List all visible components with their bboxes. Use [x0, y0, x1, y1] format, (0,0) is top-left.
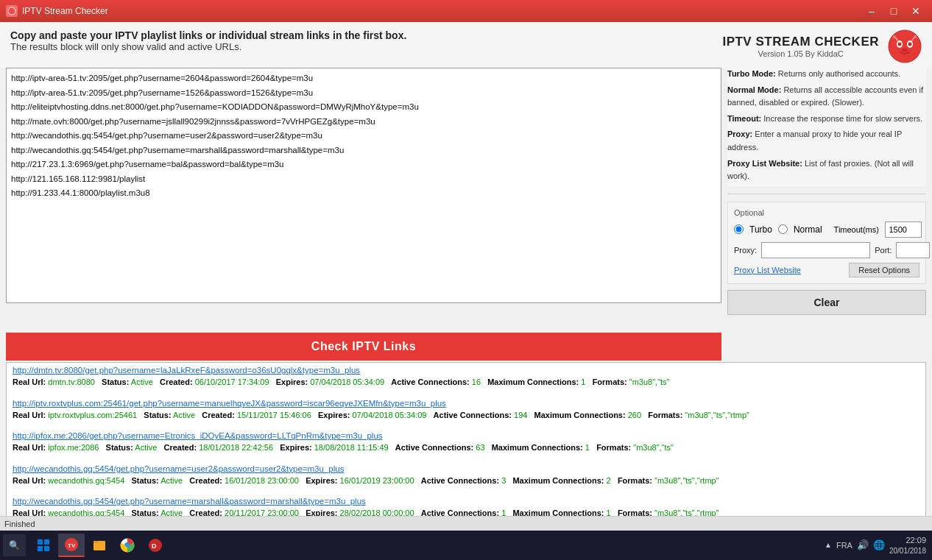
url-input-wrap — [6, 68, 721, 330]
info-block: Turbo Mode: Returns only authorised acco… — [727, 68, 926, 186]
proxy-row: Proxy: Port: — [734, 242, 919, 258]
window-title: IPTV Stream Checker — [22, 6, 861, 16]
proxy-label: Proxy: — [727, 130, 752, 138]
result-url[interactable]: http://dmtn.tv:8080/get.php?username=laJ… — [13, 366, 919, 375]
divider — [727, 194, 926, 194]
result-details: Real Url: iptv.roxtvplus.com:25461 Statu… — [13, 409, 919, 422]
mode-row: Turbo Normal Timeout(ms) — [734, 221, 919, 238]
proxy-link-row: Proxy List Website Reset Options — [734, 263, 919, 277]
turbo-info: Turbo Mode: Returns only authorised acco… — [727, 68, 926, 81]
options-block: Optional Turbo Normal Timeout(ms) Proxy:… — [727, 202, 926, 284]
normal-info: Normal Mode: Returns all accessible acco… — [727, 84, 926, 110]
volume-icon[interactable]: 🔊 — [857, 539, 869, 550]
svg-rect-10 — [44, 546, 49, 551]
app-version: Version 1.05 By KiddaC — [722, 49, 879, 58]
result-entry: http://iptv.roxtvplus.com:25461/get.php?… — [13, 399, 919, 425]
right-panel: Turbo Mode: Returns only authorised acco… — [727, 68, 926, 361]
maximize-button[interactable]: □ — [883, 4, 904, 18]
clock-time: 22:09 — [889, 535, 926, 545]
svg-text:D: D — [152, 542, 157, 550]
timeout-desc: Increase the response time for slow serv… — [763, 114, 922, 123]
proxy-desc: Enter a manual proxy to hide your real I… — [727, 130, 902, 152]
timeout-input[interactable] — [885, 221, 922, 238]
svg-text:TV: TV — [68, 542, 76, 549]
result-url[interactable]: http://iptv.roxtvplus.com:25461/get.php?… — [13, 399, 919, 408]
results-area: http://dmtn.tv:8080/get.php?username=laJ… — [6, 362, 926, 524]
result-details: Real Url: ipfox.me:2086 Status: Active C… — [13, 442, 919, 454]
app-title-block: IPTV STREAM CHECKER Version 1.05 By Kidd… — [722, 35, 879, 58]
taskbar: 🔍 TV D ▲ FRA 🔊 🌐 22:09 20/01/2018 — [0, 531, 932, 560]
search-icon: 🔍 — [9, 540, 20, 550]
normal-label: Normal Mode: — [727, 85, 781, 94]
svg-point-4 — [898, 43, 902, 46]
header-line2: The results block will only show valid a… — [10, 41, 406, 52]
taskbar-app-iptv[interactable]: TV — [58, 534, 85, 557]
proxy-info: Proxy: Enter a manual proxy to hide your… — [727, 128, 926, 154]
normal-radio-label: Normal — [794, 224, 822, 235]
result-url[interactable]: http://wecandothis.gq:5454/get.php?usern… — [13, 497, 919, 506]
proxy-list-info: Proxy List Website: List of fast proxies… — [727, 157, 926, 183]
network-icon[interactable]: 🌐 — [873, 539, 885, 550]
result-details: Real Url: wecandothis.gq:5454 Status: Ac… — [13, 475, 919, 487]
svg-rect-7 — [38, 539, 43, 545]
minimize-button[interactable]: – — [861, 4, 882, 18]
taskbar-app-4[interactable]: D — [142, 534, 169, 557]
window-controls: – □ ✕ — [861, 4, 926, 18]
left-panel: Check IPTV Links — [6, 68, 721, 361]
system-tray-up-arrow[interactable]: ▲ — [825, 541, 832, 549]
result-entry: http://ipfox.me:2086/get.php?username=Et… — [13, 431, 919, 457]
app-icon — [6, 5, 18, 17]
proxy-list-label: Proxy List Website: — [727, 159, 802, 168]
header-area: Copy and paste your IPTV playlist links … — [0, 22, 932, 68]
timeout-ms-label: Timeout(ms) — [834, 225, 879, 234]
taskbar-app-windows[interactable] — [30, 534, 57, 557]
svg-rect-14 — [93, 541, 99, 543]
svg-rect-9 — [38, 546, 43, 551]
clock-date: 20/01/2018 — [889, 546, 926, 556]
url-input[interactable] — [6, 68, 721, 303]
taskbar-clock: 22:09 20/01/2018 — [889, 535, 926, 555]
taskbar-search[interactable]: 🔍 — [3, 534, 26, 556]
svg-point-5 — [908, 43, 912, 46]
close-button[interactable]: ✕ — [905, 4, 926, 18]
taskbar-app-chrome[interactable] — [114, 534, 141, 557]
timeout-label: Timeout: — [727, 114, 761, 123]
normal-radio[interactable] — [778, 224, 788, 234]
taskbar-app-files[interactable] — [86, 534, 113, 557]
timeout-info: Timeout: Increase the response time for … — [727, 113, 926, 126]
result-entry: http://dmtn.tv:8080/get.php?username=laJ… — [13, 366, 919, 391]
header-right: IPTV STREAM CHECKER Version 1.05 By Kidd… — [722, 29, 922, 63]
clear-button[interactable]: Clear — [727, 290, 926, 315]
header-line1: Copy and paste your IPTV playlist links … — [10, 29, 406, 41]
proxy-list-link[interactable]: Proxy List Website — [734, 266, 801, 274]
port-input[interactable] — [896, 242, 930, 258]
turbo-label: Turbo Mode: — [727, 69, 776, 78]
taskbar-right: ▲ FRA 🔊 🌐 22:09 20/01/2018 — [825, 535, 929, 555]
result-entry: http://wecandothis.gq:5454/get.php?usern… — [13, 464, 919, 490]
content-area: Check IPTV Links Turbo Mode: Returns onl… — [0, 68, 932, 362]
title-bar: IPTV Stream Checker – □ ✕ — [0, 0, 932, 22]
status-bar: Finished — [0, 516, 932, 531]
port-field-label: Port: — [875, 246, 892, 255]
turbo-radio-label: Turbo — [749, 224, 772, 235]
taskbar-lang: FRA — [836, 541, 852, 550]
header-text: Copy and paste your IPTV playlist links … — [10, 29, 406, 52]
turbo-radio[interactable] — [734, 224, 744, 234]
app-title: IPTV STREAM CHECKER — [722, 35, 879, 49]
check-button[interactable]: Check IPTV Links — [6, 333, 721, 361]
result-url[interactable]: http://ipfox.me:2086/get.php?username=Et… — [13, 431, 919, 440]
options-title: Optional — [734, 208, 919, 217]
app-logo — [888, 29, 922, 63]
proxy-field-label: Proxy: — [734, 246, 757, 255]
svg-rect-8 — [44, 539, 49, 545]
status-text: Finished — [4, 520, 35, 528]
svg-point-6 — [902, 49, 908, 52]
result-details: Real Url: dmtn.tv:8080 Status: Active Cr… — [13, 376, 919, 389]
svg-point-0 — [8, 7, 15, 15]
reset-options-button[interactable]: Reset Options — [849, 263, 919, 277]
proxy-input[interactable] — [761, 242, 870, 258]
turbo-desc: Returns only authorised accounts. — [778, 69, 900, 78]
result-url[interactable]: http://wecandothis.gq:5454/get.php?usern… — [13, 464, 919, 473]
svg-point-1 — [889, 30, 921, 63]
